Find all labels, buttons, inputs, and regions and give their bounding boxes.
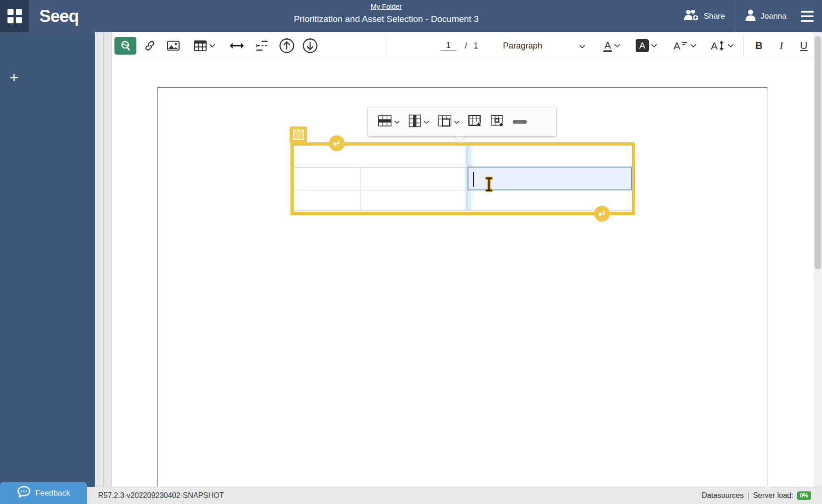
table-grid-line bbox=[294, 210, 632, 211]
font-size-icon: A bbox=[673, 40, 688, 52]
chevron-down-icon bbox=[651, 44, 657, 48]
move-up-button[interactable] bbox=[276, 36, 298, 55]
arrows-horizontal-icon bbox=[229, 42, 245, 49]
breadcrumb-my-folder-link[interactable]: My Folder bbox=[371, 2, 402, 10]
share-users-icon bbox=[683, 9, 700, 23]
page-number-field: 1 / 1 bbox=[440, 36, 478, 55]
table-caption-toggle-button[interactable] bbox=[510, 112, 530, 132]
chevron-down-icon bbox=[579, 41, 585, 51]
page-separator: / bbox=[465, 41, 467, 51]
chevron-down-icon bbox=[728, 44, 734, 48]
insert-link-button[interactable] bbox=[141, 36, 159, 55]
font-color-icon: A bbox=[603, 40, 612, 52]
highlight-color-button[interactable]: A bbox=[631, 36, 662, 55]
line-height-icon: A bbox=[710, 40, 725, 52]
user-name: Joanna bbox=[760, 12, 787, 21]
seeq-logo[interactable]: Seeq bbox=[39, 7, 78, 26]
document-thumbnails-panel: + bbox=[0, 32, 95, 487]
hamburger-menu-button[interactable] bbox=[796, 11, 822, 22]
insert-seeq-content-button[interactable] bbox=[114, 37, 136, 55]
text-caret bbox=[473, 172, 474, 187]
font-color-button[interactable]: A bbox=[597, 36, 626, 55]
line-height-button[interactable]: A bbox=[706, 36, 738, 55]
italic-button[interactable]: I bbox=[772, 36, 791, 55]
vertical-scrollbar[interactable] bbox=[814, 32, 822, 487]
organizer-app: Seeq My Folder Prioritization and Asset … bbox=[0, 0, 822, 504]
chevron-down-icon bbox=[424, 118, 429, 126]
table-grid-line bbox=[361, 168, 361, 210]
server-load-label: Server load: bbox=[753, 491, 793, 500]
document-width-button[interactable] bbox=[226, 36, 248, 55]
user-icon bbox=[745, 9, 756, 23]
user-menu-button[interactable]: Joanna bbox=[735, 0, 796, 32]
enter-arrow-icon: ↵ bbox=[598, 209, 606, 219]
paragraph-style-value: Paragraph bbox=[503, 41, 577, 51]
document-title: Prioritization and Asset Selection - Doc… bbox=[185, 14, 587, 24]
table-row-menu-button[interactable] bbox=[375, 112, 403, 132]
table-properties-icon bbox=[468, 114, 482, 129]
grid-icon bbox=[7, 9, 22, 23]
chevron-down-icon bbox=[454, 118, 460, 126]
toolbar-separator bbox=[743, 35, 744, 56]
table-icon bbox=[194, 40, 207, 52]
merge-cells-icon bbox=[438, 115, 452, 129]
merge-cells-menu-button[interactable] bbox=[435, 112, 462, 132]
table-toolbar bbox=[367, 107, 557, 137]
table-column-icon bbox=[408, 114, 421, 129]
editor-table-widget[interactable] bbox=[291, 142, 635, 215]
table-row-icon bbox=[378, 115, 392, 129]
enter-arrow-icon: ↵ bbox=[333, 138, 340, 149]
table-column-menu-button[interactable] bbox=[405, 112, 432, 132]
add-document-button[interactable]: + bbox=[5, 69, 23, 87]
svg-text:A: A bbox=[673, 40, 680, 52]
page-break-icon bbox=[255, 40, 269, 51]
image-icon bbox=[167, 40, 180, 51]
highlight-color-icon: A bbox=[636, 39, 649, 52]
link-icon bbox=[144, 40, 156, 52]
cell-properties-button[interactable] bbox=[488, 112, 507, 132]
panel-splitter[interactable] bbox=[95, 32, 112, 487]
feedback-label: Feedback bbox=[35, 489, 71, 498]
table-drag-handle[interactable] bbox=[290, 126, 307, 143]
chevron-down-icon bbox=[394, 118, 400, 126]
feedback-button[interactable]: Feedback bbox=[0, 482, 87, 504]
chevron-down-icon bbox=[614, 44, 620, 48]
paragraph-style-dropdown[interactable]: Paragraph bbox=[503, 36, 585, 55]
dash-icon bbox=[513, 120, 527, 124]
insert-paragraph-after-button[interactable]: ↵ bbox=[594, 206, 610, 222]
insert-table-button[interactable] bbox=[189, 36, 220, 55]
underline-button[interactable]: U bbox=[794, 36, 814, 55]
move-down-button[interactable] bbox=[299, 36, 321, 55]
cell-properties-icon bbox=[490, 114, 504, 129]
svg-text:A: A bbox=[711, 40, 718, 52]
editor-toolbar: 1 / 1 Paragraph A A A bbox=[112, 32, 814, 59]
font-size-button[interactable]: A bbox=[668, 36, 701, 55]
share-label: Share bbox=[704, 12, 725, 21]
drag-handle-icon bbox=[293, 130, 304, 140]
splitter-line bbox=[103, 32, 104, 487]
chevron-down-icon bbox=[690, 44, 696, 48]
scrollbar-thumb[interactable] bbox=[815, 36, 821, 269]
table-properties-button[interactable] bbox=[465, 112, 485, 132]
page-number-input[interactable]: 1 bbox=[440, 41, 456, 51]
arrow-down-circle-icon bbox=[302, 38, 318, 54]
page-total: 1 bbox=[474, 41, 478, 51]
version-text: R57.2.3-v202209230402-SNAPSHOT bbox=[98, 487, 224, 504]
page-break-button[interactable] bbox=[252, 36, 272, 55]
mouse-ibeam-cursor bbox=[483, 176, 495, 194]
server-load-badge: 0% bbox=[797, 491, 811, 500]
seeq-content-icon bbox=[120, 40, 132, 51]
share-button[interactable]: Share bbox=[673, 0, 735, 32]
arrow-up-circle-icon bbox=[279, 38, 295, 54]
chevron-down-icon bbox=[209, 44, 215, 48]
datasources-link[interactable]: Datasources bbox=[702, 491, 744, 500]
speech-bubble-icon bbox=[17, 486, 31, 500]
insert-image-button[interactable] bbox=[164, 36, 183, 55]
top-bar: Seeq My Folder Prioritization and Asset … bbox=[0, 0, 822, 32]
toolbar-separator bbox=[385, 35, 385, 56]
insert-paragraph-before-button[interactable]: ↵ bbox=[329, 135, 345, 151]
app-switcher-button[interactable] bbox=[0, 0, 29, 32]
bold-button[interactable]: B bbox=[749, 36, 769, 55]
footer-separator: | bbox=[747, 491, 749, 500]
